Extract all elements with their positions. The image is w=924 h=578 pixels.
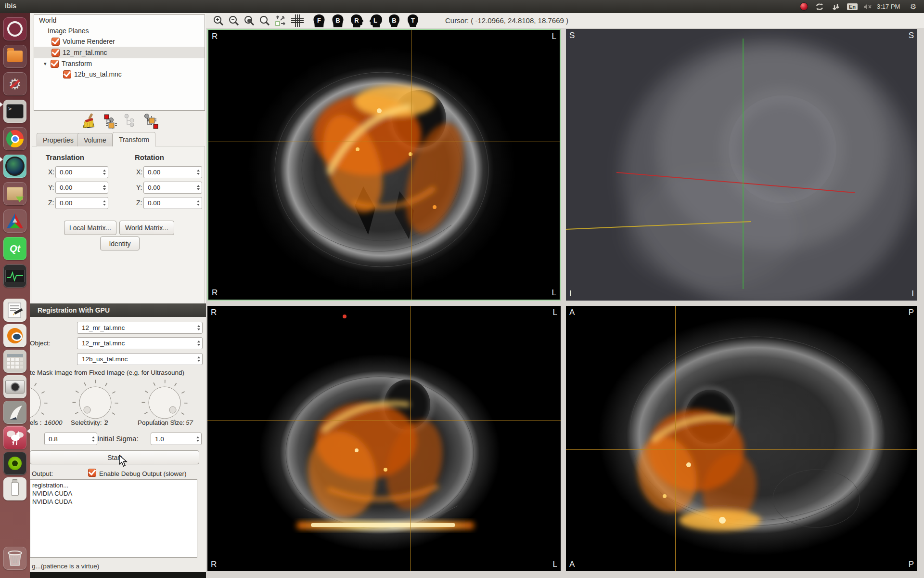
tree-item-world[interactable]: World: [34, 15, 205, 26]
viewport-coronal[interactable]: R L R L: [207, 306, 561, 571]
viewport-sagittal[interactable]: A P A P: [566, 306, 917, 571]
tab-transform[interactable]: Transform: [113, 132, 155, 146]
tree-item-image-planes[interactable]: Image Planes: [34, 26, 205, 36]
registration-log[interactable]: registration... NVIDIA CUDA NVIDIA CUDA: [30, 479, 197, 558]
zoom-reset-icon[interactable]: [259, 15, 270, 26]
grid-planes-icon[interactable]: [291, 14, 304, 27]
tree-label: Image Planes: [48, 27, 89, 35]
view-top-button[interactable]: T: [406, 13, 420, 28]
spinner-arrows-icon[interactable]: [103, 167, 106, 178]
registration-title-label: Registration With GPU: [38, 306, 110, 314]
tab-volume[interactable]: Volume: [77, 133, 113, 146]
tree-label: 12_mr_tal.mnc: [63, 49, 107, 56]
world-matrix-button[interactable]: World Matrix...: [119, 221, 174, 235]
translation-z-label: Z:: [48, 199, 54, 207]
view-right-button[interactable]: R: [349, 13, 364, 28]
tree-item-12-mr-tal[interactable]: 12_mr_tal.mnc: [34, 47, 205, 58]
launcher-settings-icon[interactable]: ⚙: [3, 72, 26, 95]
launcher-ibis-icon[interactable]: [3, 426, 26, 449]
launcher-terminal-icon[interactable]: >_: [3, 100, 26, 123]
launcher-cmake-icon[interactable]: [3, 210, 26, 233]
mask-option-label: te Mask Image from Fixed Image (e.g. for…: [30, 369, 203, 376]
translation-z-input[interactable]: 0.00: [55, 197, 108, 209]
rotation-x-input[interactable]: 0.00: [143, 166, 202, 178]
session-menu[interactable]: ⚙: [910, 0, 916, 13]
debug-output-label: Enable Debug Output (slower): [99, 470, 187, 477]
start-button[interactable]: Start: [30, 450, 199, 464]
spinner-arrows-icon[interactable]: [197, 182, 200, 193]
expander-icon[interactable]: ▾: [44, 61, 50, 67]
clean-scene-broom-icon[interactable]: [80, 113, 96, 130]
graph-node-disabled-icon[interactable]: [123, 114, 138, 129]
view-letter: R: [349, 17, 364, 24]
zoom-selection-icon[interactable]: [244, 15, 255, 26]
spinner-arrows-icon[interactable]: [92, 433, 95, 445]
expand-view-icon[interactable]: [274, 14, 287, 27]
value: 0.00: [148, 184, 160, 191]
local-matrix-button[interactable]: Local Matrix...: [64, 221, 116, 235]
view-front-button[interactable]: F: [312, 13, 326, 28]
graph-node-output-icon[interactable]: [143, 114, 159, 129]
registration-titlebar[interactable]: Registration With GPU: [27, 303, 206, 317]
zoom-out-icon[interactable]: [228, 15, 240, 26]
launcher-files-icon[interactable]: [3, 45, 26, 68]
orientation-label: A: [569, 560, 575, 569]
launcher-package-installer-icon[interactable]: [3, 182, 26, 205]
tab-properties[interactable]: Properties: [37, 133, 80, 146]
us-object-combo[interactable]: 12b_us_tal.mnc: [77, 353, 203, 365]
launcher-chrome-icon[interactable]: [3, 127, 26, 150]
launcher-camera-icon[interactable]: [3, 375, 26, 398]
fixed-object-combo[interactable]: 12_mr_tal.mnc: [77, 322, 203, 334]
spinner-arrows-icon[interactable]: [197, 197, 200, 209]
translation-x-input[interactable]: 0.00: [55, 166, 108, 178]
checkbox-checked-icon[interactable]: [51, 38, 60, 46]
clock[interactable]: 3:17 PM: [877, 0, 900, 13]
tree-item-volume-renderer[interactable]: Volume Renderer: [34, 36, 205, 47]
rotation-z-input[interactable]: 0.00: [143, 197, 202, 209]
combo-value: 12_mr_tal.mnc: [82, 324, 125, 331]
checkbox-checked-icon[interactable]: [63, 70, 71, 79]
spinner-arrows-icon[interactable]: [103, 182, 106, 193]
spinner-arrows-icon[interactable]: [103, 197, 106, 209]
launcher-ubuntu-dash-icon[interactable]: [3, 17, 26, 40]
viewport-axial[interactable]: R L R L: [207, 29, 561, 301]
keyboard-layout-indicator[interactable]: En: [847, 0, 858, 13]
percentile-input[interactable]: 0.8: [44, 433, 97, 445]
translation-y-input[interactable]: 0.00: [55, 182, 108, 194]
initial-sigma-input[interactable]: 1.0: [151, 433, 202, 445]
identity-button[interactable]: Identity: [100, 236, 140, 250]
launcher-nvidia-icon[interactable]: [3, 452, 26, 475]
checkbox-checked-icon[interactable]: [51, 60, 59, 68]
translation-x-label: X:: [48, 168, 54, 176]
moving-object-combo[interactable]: 12_mr_tal.mnc: [77, 337, 203, 349]
launcher-calculator-icon[interactable]: [3, 350, 26, 373]
spinner-arrows-icon[interactable]: [196, 433, 199, 445]
tray-volume-icon[interactable]: [863, 0, 872, 13]
tray-record-icon[interactable]: [800, 0, 808, 13]
viewport-3d[interactable]: S S I I: [566, 29, 917, 301]
debug-output-checkbox[interactable]: [88, 469, 96, 477]
tray-network-icon[interactable]: [832, 0, 840, 13]
launcher-text-editor-icon[interactable]: [3, 299, 26, 322]
rotation-y-input[interactable]: 0.00: [143, 182, 202, 194]
launcher-qt-creator-icon[interactable]: Qt: [3, 237, 26, 260]
tree-item-12b-us-tal[interactable]: 12b_us_tal.mnc: [34, 69, 205, 79]
launcher-usb-disk-icon[interactable]: [3, 477, 26, 500]
view-left-button[interactable]: L: [368, 13, 383, 28]
orientation-label: A: [569, 308, 575, 317]
launcher-system-monitor-icon[interactable]: [3, 264, 26, 288]
orientation-label: L: [553, 308, 557, 317]
launcher-image-viewer-icon[interactable]: [3, 155, 26, 178]
graph-node-red-icon[interactable]: [103, 114, 117, 129]
tray-sync-icon[interactable]: [815, 0, 824, 13]
spinner-arrows-icon[interactable]: [197, 167, 200, 178]
zoom-in-icon[interactable]: [213, 15, 224, 26]
view-bottom-button[interactable]: B: [387, 13, 401, 28]
tree-item-transform[interactable]: ▾ Transform: [34, 58, 205, 69]
launcher-paper-app-icon[interactable]: [3, 401, 26, 424]
launcher-blender-icon[interactable]: [3, 324, 26, 347]
checkbox-checked-icon[interactable]: [51, 49, 60, 57]
launcher-trash-icon[interactable]: [3, 547, 26, 570]
updown-arrows-icon: [832, 3, 840, 11]
view-back-button[interactable]: B: [331, 13, 345, 28]
